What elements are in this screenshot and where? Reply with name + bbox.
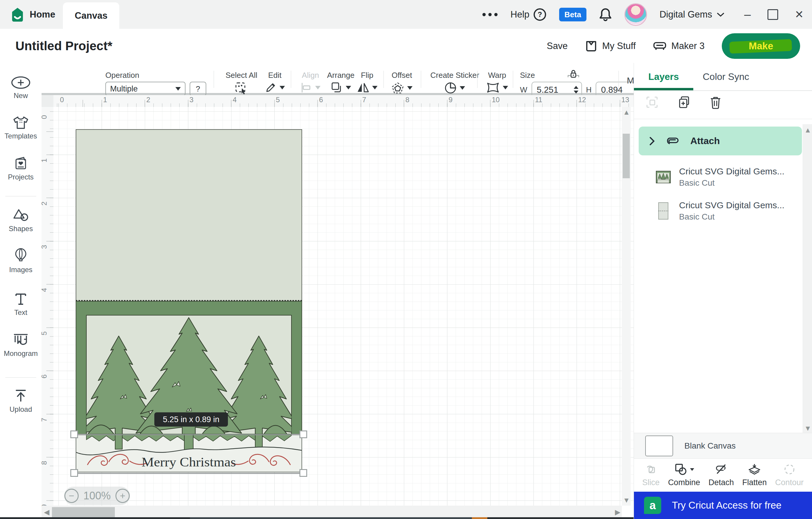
selection-handle-bottom-left[interactable] bbox=[70, 469, 78, 477]
layer-row[interactable]: Cricut SVG Digital Gems... Basic Cut bbox=[639, 195, 802, 226]
sidebar-item-images[interactable]: Images bbox=[0, 248, 41, 274]
sidebar-item-templates[interactable]: Templates bbox=[0, 116, 41, 140]
edit-button[interactable]: Edit bbox=[265, 71, 285, 93]
arrange-icon bbox=[330, 82, 343, 93]
close-button[interactable]: ✕ bbox=[795, 8, 804, 21]
sidebar-item-upload[interactable]: Upload bbox=[0, 389, 41, 413]
vertical-scroll-thumb[interactable] bbox=[622, 134, 630, 178]
chevron-down-icon bbox=[407, 86, 412, 90]
card-top-panel[interactable] bbox=[76, 129, 302, 300]
more-options-icon[interactable] bbox=[482, 13, 498, 16]
arrange-button[interactable]: Arrange bbox=[327, 71, 355, 93]
card-banner[interactable]: Merry Christmas bbox=[76, 434, 302, 472]
make-label: Make bbox=[749, 40, 774, 52]
height-label: H bbox=[586, 85, 592, 94]
minimize-button[interactable]: – bbox=[744, 8, 751, 21]
help-icon: ? bbox=[533, 8, 547, 21]
sidebar-item-shapes[interactable]: Shapes bbox=[0, 208, 41, 233]
layer-actions: Slice Combine Detach bbox=[634, 458, 812, 492]
blank-canvas-row[interactable]: Blank Canvas bbox=[634, 433, 812, 458]
paperclip-icon bbox=[665, 137, 680, 145]
operation-help-button[interactable]: ? bbox=[190, 82, 206, 96]
flatten-button[interactable]: Flatten bbox=[742, 463, 767, 487]
operation-select[interactable]: Multiple bbox=[105, 82, 185, 96]
create-sticker-button[interactable]: Create Sticker bbox=[430, 71, 479, 94]
chevron-down-icon bbox=[346, 86, 351, 89]
bell-icon[interactable] bbox=[599, 7, 612, 22]
pencil-icon bbox=[265, 82, 277, 93]
panel-divider bbox=[634, 119, 812, 119]
width-stepper[interactable] bbox=[574, 86, 581, 93]
design-sidebar: New Templates Projects Shapes bbox=[0, 63, 42, 519]
duplicate-icon[interactable] bbox=[677, 95, 691, 109]
selection-handle-top-right[interactable] bbox=[299, 431, 307, 438]
chevron-right-icon[interactable] bbox=[649, 136, 655, 146]
project-card-icon bbox=[13, 156, 28, 170]
sidebar-item-new[interactable]: New bbox=[0, 76, 41, 100]
horizontal-scroll-thumb[interactable] bbox=[52, 507, 115, 518]
selection-handle-top-left[interactable] bbox=[70, 431, 78, 438]
ruler-number: 6 bbox=[319, 95, 323, 104]
toolbar-divider bbox=[477, 71, 477, 88]
maximize-button[interactable] bbox=[767, 9, 778, 20]
layer-row[interactable]: Cricut SVG Digital Gems... Basic Cut bbox=[639, 162, 802, 192]
detach-button[interactable]: Detach bbox=[708, 463, 734, 487]
design-text: Merry Christmas bbox=[142, 455, 236, 469]
cricut-access-banner[interactable]: a Try Cricut Access for free bbox=[634, 492, 812, 519]
warp-button[interactable]: Warp bbox=[486, 71, 508, 93]
save-button[interactable]: Save bbox=[547, 41, 568, 51]
sidebar-item-monogram[interactable]: Monogram bbox=[0, 333, 41, 358]
home-button[interactable]: Home bbox=[11, 0, 55, 29]
avatar[interactable] bbox=[625, 3, 647, 26]
zoom-in-button[interactable]: + bbox=[115, 489, 130, 503]
scroll-right-icon[interactable]: ▶ bbox=[615, 509, 620, 516]
vertical-scrollbar[interactable]: ▲ ▼ bbox=[622, 107, 631, 506]
trash-icon[interactable] bbox=[709, 95, 722, 109]
sidebar-item-projects[interactable]: Projects bbox=[0, 156, 41, 181]
slice-icon bbox=[644, 463, 657, 475]
ruler-number: 12 bbox=[578, 95, 586, 104]
account-menu[interactable]: Digital Gems bbox=[660, 9, 724, 20]
account-name: Digital Gems bbox=[660, 9, 712, 20]
os-taskbar-edge bbox=[0, 517, 634, 519]
tab-color-sync[interactable]: Color Sync bbox=[693, 63, 759, 90]
my-stuff-button[interactable]: My Stuff bbox=[585, 40, 636, 52]
combine-button[interactable]: Combine bbox=[668, 463, 700, 487]
scroll-up-icon[interactable]: ▲ bbox=[623, 109, 630, 116]
plus-oval-icon bbox=[11, 76, 31, 89]
svg-text:?: ? bbox=[538, 10, 542, 19]
tab-canvas[interactable]: Canvas bbox=[63, 2, 119, 29]
machine-selector[interactable]: Maker 3 bbox=[653, 41, 704, 51]
lock-icon[interactable] bbox=[567, 68, 580, 80]
scroll-left-icon[interactable]: ◀ bbox=[44, 509, 49, 516]
selection-handle-bottom-right[interactable] bbox=[299, 469, 307, 477]
panel-scroll-down-icon[interactable]: ▼ bbox=[804, 425, 811, 432]
panel-scrollbar[interactable]: ▲ ▼ bbox=[803, 124, 812, 433]
tab-layers[interactable]: Layers bbox=[634, 63, 693, 90]
operation-value: Multiple bbox=[110, 84, 138, 93]
zoom-out-button[interactable]: − bbox=[64, 489, 79, 503]
cricut-access-logo: a bbox=[644, 497, 661, 514]
sidebar-item-text[interactable]: Text bbox=[0, 292, 41, 317]
help-button[interactable]: Help ? bbox=[511, 8, 547, 21]
create-sticker-icon bbox=[444, 82, 457, 94]
make-button[interactable]: Make bbox=[722, 33, 800, 59]
offset-button[interactable]: Offset bbox=[391, 71, 412, 94]
detach-icon bbox=[714, 463, 728, 475]
scroll-down-icon[interactable]: ▼ bbox=[623, 497, 630, 504]
ruler-corner bbox=[41, 95, 54, 107]
layer-thumbnail-card bbox=[656, 202, 671, 220]
ruler-number: 2 bbox=[40, 201, 48, 205]
warp-icon bbox=[486, 82, 500, 93]
ruler-number: 3 bbox=[40, 245, 48, 249]
layer-group-attach[interactable]: Attach bbox=[639, 127, 802, 155]
flip-button[interactable]: Flip bbox=[357, 71, 378, 93]
ruler-number: 2 bbox=[146, 95, 150, 104]
select-all-button[interactable]: Select All bbox=[226, 71, 257, 94]
ruler-number: 11 bbox=[535, 95, 543, 104]
panel-scroll-up-icon[interactable]: ▲ bbox=[804, 127, 811, 134]
design-canvas[interactable]: Merry Christmas 5.25 in x 0.89 in − 100%… bbox=[53, 107, 634, 506]
tshirt-icon bbox=[12, 116, 29, 130]
chevron-down-icon bbox=[280, 86, 285, 89]
help-label: Help bbox=[511, 9, 529, 20]
